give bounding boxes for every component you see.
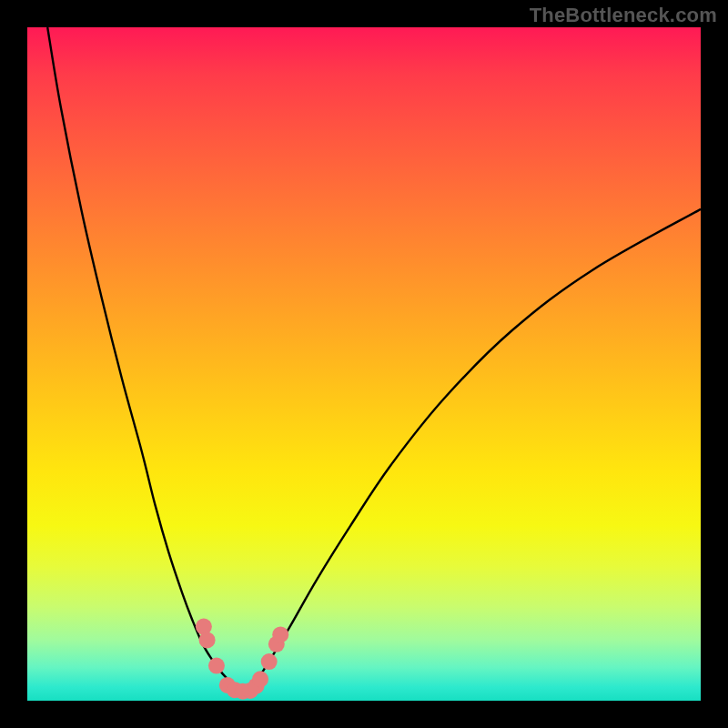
left-branch-curve [47, 27, 243, 691]
marker-group [196, 619, 288, 700]
watermark-label: TheBottleneck.com [530, 4, 717, 27]
data-marker [252, 671, 268, 687]
data-marker [199, 632, 216, 648]
data-marker [261, 653, 278, 670]
curve-layer [27, 27, 701, 701]
chart-frame: TheBottleneck.com [0, 0, 728, 728]
plot-area [27, 27, 701, 701]
data-marker [272, 626, 288, 642]
right-branch-curve [243, 209, 701, 691]
data-marker [208, 658, 225, 674]
